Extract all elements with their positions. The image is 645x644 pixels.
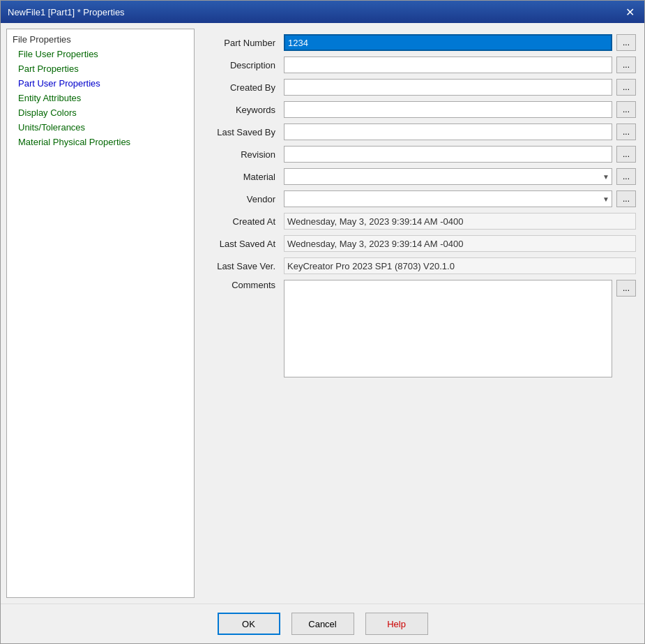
last-saved-at-value: Wednesday, May 3, 2023 9:39:14 AM -0400 — [284, 235, 636, 252]
revision-row: Revision ... — [203, 146, 636, 163]
sidebar-item-part-user-properties[interactable]: Part User Properties — [7, 76, 194, 91]
revision-input[interactable] — [284, 146, 612, 163]
description-row: Description ... — [203, 57, 636, 73]
sidebar-item-units-tolerances[interactable]: Units/Tolerances — [7, 120, 194, 135]
title-bar: NewFile1 [Part1] * Properties ✕ — [1, 1, 644, 23]
last-saved-at-row: Last Saved At Wednesday, May 3, 2023 9:3… — [203, 235, 636, 252]
comments-textarea[interactable] — [284, 280, 612, 377]
material-row: Material ▼ ... — [203, 168, 636, 185]
ok-button[interactable]: OK — [218, 613, 280, 635]
sidebar-item-display-colors[interactable]: Display Colors — [7, 105, 194, 120]
last-save-ver-value: KeyCreator Pro 2023 SP1 (8703) V20.1.0 — [284, 257, 636, 274]
dialog-body: File Properties File User Properties Par… — [1, 23, 644, 604]
sidebar-item-entity-attributes[interactable]: Entity Attributes — [7, 91, 194, 105]
dialog-footer: OK Cancel Help — [1, 604, 644, 643]
vendor-select-wrapper: ▼ — [284, 190, 612, 207]
window-title: NewFile1 [Part1] * Properties — [8, 7, 125, 17]
created-by-label: Created By — [203, 82, 280, 93]
last-save-ver-row: Last Save Ver. KeyCreator Pro 2023 SP1 (… — [203, 257, 636, 274]
keywords-label: Keywords — [203, 105, 280, 115]
sidebar-item-file-user-properties[interactable]: File User Properties — [7, 47, 194, 61]
sidebar-item-part-properties[interactable]: Part Properties — [7, 61, 194, 76]
created-by-row: Created By ... — [203, 79, 636, 96]
last-saved-at-label: Last Saved At — [203, 239, 280, 249]
comments-ellipsis-button[interactable]: ... — [616, 280, 636, 297]
material-label: Material — [203, 172, 280, 182]
description-ellipsis-button[interactable]: ... — [616, 57, 636, 73]
vendor-label: Vendor — [203, 194, 280, 204]
material-select[interactable] — [284, 168, 612, 185]
close-button[interactable]: ✕ — [622, 4, 637, 20]
keywords-input[interactable] — [284, 101, 612, 118]
vendor-select[interactable] — [284, 190, 612, 207]
main-content: Part Number ... Description ... Created … — [200, 29, 639, 598]
created-by-ellipsis-button[interactable]: ... — [616, 79, 636, 96]
part-number-label: Part Number — [203, 38, 280, 48]
properties-dialog: NewFile1 [Part1] * Properties ✕ File Pro… — [0, 0, 645, 644]
cancel-button[interactable]: Cancel — [291, 613, 354, 635]
created-at-value: Wednesday, May 3, 2023 9:39:14 AM -0400 — [284, 213, 636, 230]
description-input[interactable] — [284, 57, 612, 73]
last-saved-by-label: Last Saved By — [203, 127, 280, 137]
last-saved-by-row: Last Saved By ... — [203, 123, 636, 140]
keywords-row: Keywords ... — [203, 101, 636, 118]
sidebar: File Properties File User Properties Par… — [6, 29, 195, 598]
last-saved-by-ellipsis-button[interactable]: ... — [616, 123, 636, 140]
revision-label: Revision — [203, 149, 280, 160]
material-select-wrapper: ▼ — [284, 168, 612, 185]
sidebar-item-material-physical-properties[interactable]: Material Physical Properties — [7, 135, 194, 149]
last-saved-by-input[interactable] — [284, 123, 612, 140]
vendor-ellipsis-button[interactable]: ... — [616, 190, 636, 207]
description-label: Description — [203, 60, 280, 70]
material-ellipsis-button[interactable]: ... — [616, 168, 636, 185]
help-button[interactable]: Help — [365, 613, 428, 635]
last-save-ver-label: Last Save Ver. — [203, 261, 280, 271]
part-number-row: Part Number ... — [203, 34, 636, 51]
created-by-input[interactable] — [284, 79, 612, 96]
comments-label: Comments — [203, 280, 280, 290]
part-number-ellipsis-button[interactable]: ... — [616, 34, 636, 51]
comments-box-wrapper — [284, 280, 612, 380]
keywords-ellipsis-button[interactable]: ... — [616, 101, 636, 118]
created-at-row: Created At Wednesday, May 3, 2023 9:39:1… — [203, 213, 636, 230]
part-number-input[interactable] — [284, 34, 612, 51]
comments-row: Comments ... — [203, 280, 636, 380]
revision-ellipsis-button[interactable]: ... — [616, 146, 636, 163]
created-at-label: Created At — [203, 216, 280, 227]
form-area: Part Number ... Description ... Created … — [200, 29, 639, 598]
sidebar-item-file-properties[interactable]: File Properties — [7, 32, 194, 47]
vendor-row: Vendor ▼ ... — [203, 190, 636, 207]
